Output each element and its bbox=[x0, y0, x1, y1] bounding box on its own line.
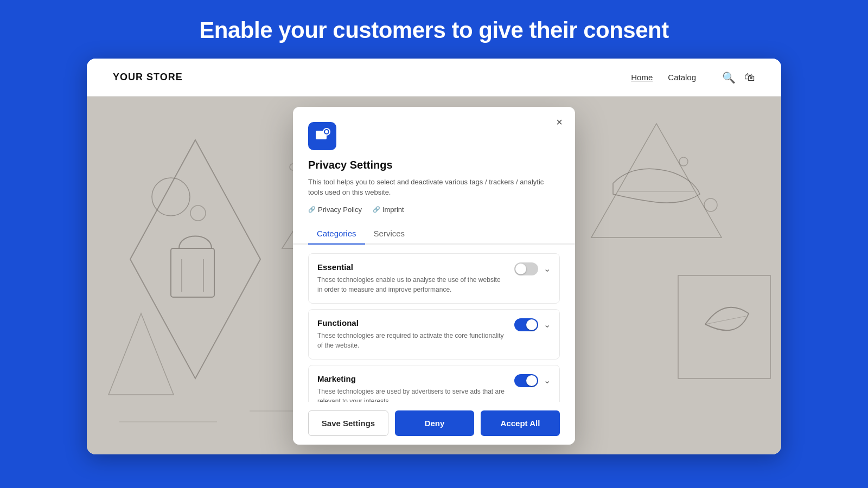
modal-footer: Save Settings Deny Accept All bbox=[293, 402, 575, 445]
marketing-controls: ⌄ bbox=[514, 374, 551, 387]
modal-tabs: Categories Services bbox=[293, 223, 575, 245]
marketing-name: Marketing bbox=[317, 374, 506, 383]
nav-catalog[interactable]: Catalog bbox=[668, 73, 696, 82]
tab-services[interactable]: Services bbox=[365, 223, 414, 245]
store-navbar: YOUR STORE Home Catalog 🔍 🛍 bbox=[87, 59, 781, 97]
accept-all-button[interactable]: Accept All bbox=[481, 410, 560, 436]
close-button[interactable]: × bbox=[551, 114, 567, 131]
marketing-chevron[interactable]: ⌄ bbox=[544, 375, 551, 386]
privacy-modal: × Privacy Settings This tool helps you t… bbox=[293, 107, 575, 445]
page-title: Enable your customers to give their cons… bbox=[0, 17, 868, 43]
categories-list: Essential These technologies enable us t… bbox=[308, 245, 560, 402]
imprint-link[interactable]: Imprint bbox=[373, 206, 404, 214]
store-nav-icons: 🔍 🛍 bbox=[722, 71, 755, 84]
modal-body: Privacy Settings This tool helps you to … bbox=[293, 107, 575, 402]
modal-title: Privacy Settings bbox=[308, 159, 560, 171]
essential-controls: ⌄ bbox=[514, 262, 551, 275]
essential-name: Essential bbox=[317, 262, 506, 272]
privacy-logo-icon bbox=[314, 127, 331, 145]
functional-info: Functional These technologies are requir… bbox=[317, 318, 506, 350]
essential-chevron[interactable]: ⌄ bbox=[544, 264, 551, 274]
privacy-policy-link[interactable]: Privacy Policy bbox=[308, 206, 362, 214]
modal-description: This tool helps you to select and deacti… bbox=[308, 177, 560, 198]
search-icon[interactable]: 🔍 bbox=[722, 71, 736, 84]
svg-point-20 bbox=[325, 130, 328, 133]
essential-toggle[interactable] bbox=[514, 262, 538, 275]
browser-mockup: YOUR STORE Home Catalog 🔍 🛍 bbox=[87, 59, 781, 454]
store-nav-links: Home Catalog bbox=[631, 73, 696, 82]
tab-categories[interactable]: Categories bbox=[308, 223, 365, 245]
modal-backdrop: × Privacy Settings This tool helps you t… bbox=[87, 97, 781, 454]
functional-name: Functional bbox=[317, 318, 506, 328]
deny-button[interactable]: Deny bbox=[395, 410, 474, 436]
save-settings-button[interactable]: Save Settings bbox=[308, 410, 388, 436]
category-marketing: Marketing These technologies are used by… bbox=[308, 365, 560, 402]
functional-toggle[interactable] bbox=[514, 318, 538, 331]
functional-desc: These technologies are required to activ… bbox=[317, 331, 506, 350]
marketing-toggle[interactable] bbox=[514, 374, 538, 387]
category-functional: Functional These technologies are requir… bbox=[308, 309, 560, 359]
store-logo: YOUR STORE bbox=[113, 72, 631, 83]
category-essential: Essential These technologies enable us t… bbox=[308, 253, 560, 304]
functional-controls: ⌄ bbox=[514, 318, 551, 331]
modal-links: Privacy Policy Imprint bbox=[308, 206, 560, 214]
essential-desc: These technologies enable us to analyse … bbox=[317, 275, 506, 294]
marketing-info: Marketing These technologies are used by… bbox=[317, 374, 506, 402]
functional-chevron[interactable]: ⌄ bbox=[544, 319, 551, 330]
essential-info: Essential These technologies enable us t… bbox=[317, 262, 506, 294]
marketing-desc: These technologies are used by advertise… bbox=[317, 387, 506, 402]
cart-icon[interactable]: 🛍 bbox=[744, 71, 755, 84]
nav-home[interactable]: Home bbox=[631, 73, 653, 82]
page-header: Enable your customers to give their cons… bbox=[0, 0, 868, 59]
modal-logo bbox=[308, 122, 336, 150]
store-background: In————————————————ay Use ov—————————————… bbox=[87, 97, 781, 454]
